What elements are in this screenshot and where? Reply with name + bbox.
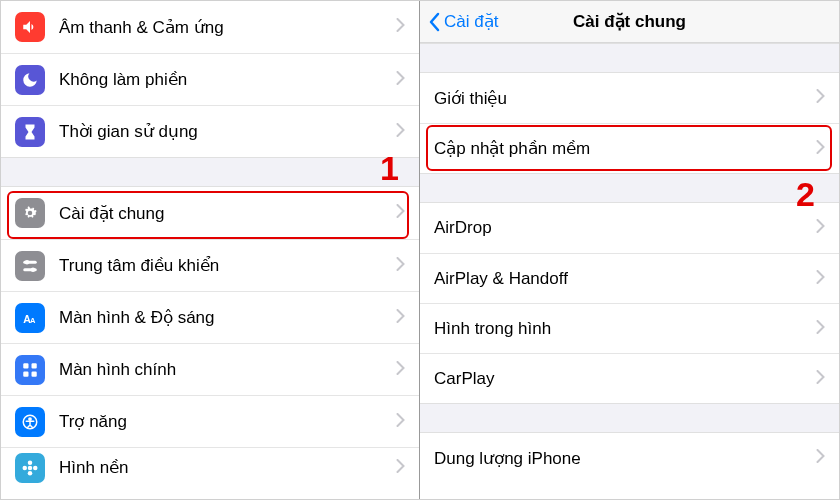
chevron-right-icon <box>396 123 405 141</box>
chevron-right-icon <box>396 18 405 36</box>
chevron-right-icon <box>396 413 405 431</box>
chevron-right-icon <box>816 270 825 288</box>
svg-point-13 <box>28 460 33 465</box>
chevron-right-icon <box>816 320 825 338</box>
text-size-icon: AA <box>15 303 45 333</box>
row-label: Cập nhật phần mềm <box>434 138 816 159</box>
row-label: Giới thiệu <box>434 88 816 109</box>
svg-text:A: A <box>30 315 36 324</box>
row-label: Hình trong hình <box>434 319 816 339</box>
row-control-center[interactable]: Trung tâm điều khiển <box>1 239 419 291</box>
hourglass-icon <box>15 117 45 147</box>
row-label: AirDrop <box>434 218 816 238</box>
grid-icon <box>15 355 45 385</box>
chevron-right-icon <box>396 309 405 327</box>
row-software-update[interactable]: Cập nhật phần mềm <box>420 123 839 173</box>
row-wallpaper[interactable]: Hình nền <box>1 447 419 487</box>
settings-root-panel: Âm thanh & Cảm ứng Không làm phiền Thời … <box>1 1 420 499</box>
row-airdrop[interactable]: AirDrop <box>420 203 839 253</box>
speaker-icon <box>15 12 45 42</box>
row-airplay-handoff[interactable]: AirPlay & Handoff <box>420 253 839 303</box>
chevron-right-icon <box>396 71 405 89</box>
chevron-left-icon <box>428 12 440 32</box>
back-label: Cài đặt <box>444 11 498 32</box>
svg-rect-7 <box>32 363 37 368</box>
svg-rect-8 <box>23 371 28 376</box>
moon-icon <box>15 65 45 95</box>
row-label: Màn hình & Độ sáng <box>59 307 396 328</box>
row-do-not-disturb[interactable]: Không làm phiền <box>1 53 419 105</box>
svg-point-14 <box>28 471 33 476</box>
row-label: Dung lượng iPhone <box>434 448 816 469</box>
group-separator <box>1 157 419 187</box>
row-label: AirPlay & Handoff <box>434 269 816 289</box>
chevron-right-icon <box>396 361 405 379</box>
row-label: Trợ năng <box>59 411 396 432</box>
row-label: Không làm phiền <box>59 69 396 90</box>
chevron-right-icon <box>396 204 405 222</box>
back-button[interactable]: Cài đặt <box>428 11 498 32</box>
group-separator <box>420 173 839 203</box>
svg-point-11 <box>29 417 31 419</box>
row-label: Trung tâm điều khiển <box>59 255 396 276</box>
row-label: Cài đặt chung <box>59 203 396 224</box>
row-about[interactable]: Giới thiệu <box>420 73 839 123</box>
svg-point-3 <box>31 267 36 272</box>
switches-icon <box>15 251 45 281</box>
gear-icon <box>15 198 45 228</box>
chevron-right-icon <box>816 370 825 388</box>
svg-point-2 <box>25 260 30 265</box>
row-display-brightness[interactable]: AA Màn hình & Độ sáng <box>1 291 419 343</box>
group-separator <box>420 403 839 433</box>
chevron-right-icon <box>816 219 825 237</box>
nav-header: Cài đặt Cài đặt chung <box>420 1 839 43</box>
row-sounds-haptics[interactable]: Âm thanh & Cảm ứng <box>1 1 419 53</box>
chevron-right-icon <box>816 140 825 158</box>
chevron-right-icon <box>396 459 405 477</box>
general-settings-panel: Cài đặt Cài đặt chung Giới thiệu Cập nhậ… <box>420 1 839 499</box>
accessibility-icon <box>15 407 45 437</box>
row-screen-time[interactable]: Thời gian sử dụng <box>1 105 419 157</box>
svg-rect-6 <box>23 363 28 368</box>
svg-point-12 <box>28 465 33 470</box>
row-label: Hình nền <box>59 457 396 478</box>
group-separator <box>420 43 839 73</box>
row-accessibility[interactable]: Trợ năng <box>1 395 419 447</box>
svg-rect-9 <box>32 371 37 376</box>
svg-point-15 <box>23 465 28 470</box>
chevron-right-icon <box>816 449 825 467</box>
row-general[interactable]: Cài đặt chung <box>1 187 419 239</box>
chevron-right-icon <box>396 257 405 275</box>
row-label: Âm thanh & Cảm ứng <box>59 17 396 38</box>
row-home-screen[interactable]: Màn hình chính <box>1 343 419 395</box>
page-title: Cài đặt chung <box>573 11 686 32</box>
flower-icon <box>15 453 45 483</box>
row-iphone-storage[interactable]: Dung lượng iPhone <box>420 433 839 483</box>
settings-list: Âm thanh & Cảm ứng Không làm phiền Thời … <box>1 1 419 487</box>
row-picture-in-picture[interactable]: Hình trong hình <box>420 303 839 353</box>
row-label: Màn hình chính <box>59 360 396 380</box>
row-label: Thời gian sử dụng <box>59 121 396 142</box>
chevron-right-icon <box>816 89 825 107</box>
row-label: CarPlay <box>434 369 816 389</box>
row-carplay[interactable]: CarPlay <box>420 353 839 403</box>
svg-point-16 <box>33 465 38 470</box>
